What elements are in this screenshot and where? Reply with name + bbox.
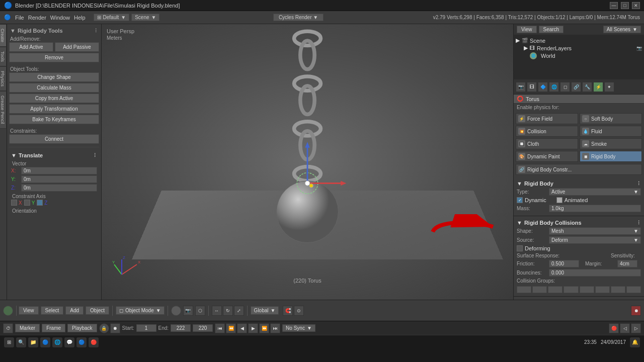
apply-transform-button[interactable]: Apply Transformation bbox=[9, 104, 99, 114]
x-value[interactable]: 0m bbox=[21, 167, 97, 174]
select-button[interactable]: Select bbox=[41, 306, 64, 315]
current-frame-input[interactable]: 220 bbox=[193, 324, 213, 332]
constraint-icon-btn[interactable]: 🔗 bbox=[571, 82, 581, 92]
shape-dropdown[interactable]: Mesh ▼ bbox=[549, 227, 641, 235]
physics-icon-btn[interactable]: ⚡ bbox=[593, 82, 603, 92]
viewport-shading-button[interactable] bbox=[171, 306, 181, 316]
timeline-btn2[interactable]: ◁ bbox=[620, 323, 630, 333]
end-frame-input[interactable]: 222 bbox=[171, 324, 191, 332]
timeline-btn3[interactable]: ▷ bbox=[631, 323, 641, 333]
maximize-button[interactable]: □ bbox=[621, 2, 629, 9]
remove-button[interactable]: Remove bbox=[9, 53, 99, 62]
col-group-7[interactable] bbox=[611, 286, 625, 293]
scene-root-item[interactable]: ▶ 🎬 Scene bbox=[516, 37, 642, 44]
viewport[interactable]: User Persp Meters X Y Z (220) Torus bbox=[102, 24, 513, 300]
lock-icon-btn[interactable]: 🔒 bbox=[99, 323, 109, 333]
rb-type-dropdown[interactable]: Active ▼ bbox=[549, 188, 641, 196]
minimize-button[interactable]: — bbox=[610, 2, 618, 9]
global-dropdown[interactable]: Global ▼ bbox=[251, 306, 279, 315]
add-button[interactable]: Add bbox=[65, 306, 84, 315]
world-icon-btn[interactable]: 🌐 bbox=[549, 82, 559, 92]
col-group-3[interactable] bbox=[548, 286, 562, 293]
rbc-header[interactable]: ▼ Rigid Body Collisions ⋮ bbox=[517, 218, 641, 227]
modifier-icon-btn[interactable]: 🔧 bbox=[582, 82, 592, 92]
timeline-btn1[interactable]: 🔴 bbox=[609, 323, 619, 333]
render-icon-btn[interactable]: 🎞 bbox=[527, 82, 537, 92]
screen-layout-dropdown[interactable]: ⊞ Default ▼ bbox=[94, 14, 130, 21]
bake-keyframes-button[interactable]: Bake To Keyframes bbox=[9, 115, 99, 124]
margin-value[interactable]: 4cm bbox=[617, 260, 637, 267]
fluid-button[interactable]: 💧 Fluid bbox=[580, 126, 642, 137]
search-button[interactable]: Search bbox=[539, 26, 564, 33]
all-scenes-dropdown[interactable]: All Scenes ▼ bbox=[603, 26, 641, 33]
animated-checkbox[interactable] bbox=[556, 197, 562, 203]
object-button[interactable]: Object bbox=[86, 306, 109, 315]
dynamic-checkbox[interactable] bbox=[517, 197, 523, 203]
force-field-button[interactable]: ⚡ Force Field bbox=[516, 113, 578, 124]
tab-physics[interactable]: Physics bbox=[0, 66, 7, 91]
playback-button[interactable]: Playback bbox=[67, 324, 97, 332]
col-group-4[interactable] bbox=[564, 286, 578, 293]
camera-view-icon-btn[interactable]: 📷 bbox=[183, 306, 193, 316]
world-item[interactable]: ▶ 🌐 World bbox=[516, 52, 642, 60]
view-button[interactable]: View bbox=[517, 26, 537, 33]
friction-value[interactable]: 0.500 bbox=[549, 260, 579, 267]
timeline-icon-btn[interactable]: ⏱ bbox=[3, 323, 13, 333]
skip-end-btn[interactable]: ⏭ bbox=[270, 323, 280, 333]
particles-icon-btn[interactable]: ✦ bbox=[604, 82, 614, 92]
marker-button[interactable]: Marker bbox=[15, 324, 40, 332]
play-back-btn[interactable]: ◀ bbox=[237, 323, 247, 333]
app6-icon[interactable]: 🔴 bbox=[89, 337, 99, 347]
camera-icon-btn[interactable]: 📷 bbox=[516, 82, 526, 92]
search-taskbar-icon[interactable]: 🔍 bbox=[16, 337, 26, 347]
move-icon-btn[interactable]: ↔ bbox=[212, 306, 222, 316]
change-shape-button[interactable]: Change Shape bbox=[9, 72, 99, 82]
tab-grease-pencil[interactable]: Grease Pencil bbox=[0, 91, 7, 129]
scene-icon-btn[interactable]: 🔷 bbox=[538, 82, 548, 92]
proportional-edit-btn[interactable]: ⊙ bbox=[294, 306, 304, 316]
z-value[interactable]: 0m bbox=[21, 184, 97, 192]
col-group-2[interactable] bbox=[532, 286, 547, 293]
smoke-button[interactable]: ☁ Smoke bbox=[580, 138, 642, 149]
col-group-5[interactable] bbox=[580, 286, 594, 293]
scale-icon-btn[interactable]: ⤢ bbox=[234, 306, 244, 316]
rigid-body-button[interactable]: ◼ Rigid Body bbox=[580, 151, 642, 162]
col-group-8[interactable] bbox=[626, 286, 641, 293]
notifications-icon[interactable]: 🔔 bbox=[630, 337, 640, 347]
connect-button[interactable]: Connect bbox=[9, 134, 99, 144]
file-explorer-icon[interactable]: 📁 bbox=[28, 337, 38, 347]
add-active-button[interactable]: Add Active bbox=[9, 42, 53, 52]
blender-taskbar-icon[interactable]: 🔵 bbox=[40, 337, 50, 347]
persp-ortho-icon-btn[interactable]: ⬡ bbox=[195, 306, 205, 316]
frame-button[interactable]: Frame bbox=[42, 324, 65, 332]
rb-mass-value[interactable]: 1.0kg bbox=[549, 205, 641, 212]
record-button[interactable]: ⏺ bbox=[631, 306, 641, 316]
soft-body-button[interactable]: ○ Soft Body bbox=[580, 113, 642, 124]
tab-create[interactable]: Create bbox=[0, 24, 7, 47]
col-group-1[interactable] bbox=[517, 286, 531, 293]
skip-start-btn[interactable]: ⏮ bbox=[215, 323, 225, 333]
app5-icon[interactable]: 🔵 bbox=[76, 337, 87, 347]
copy-active-button[interactable]: Copy from Active bbox=[9, 94, 99, 103]
render-dot-button[interactable] bbox=[3, 306, 13, 316]
menu-window[interactable]: Window bbox=[50, 15, 70, 21]
scene-dropdown[interactable]: Scene ▼ bbox=[131, 14, 159, 21]
snap-icon-btn[interactable]: 🧲 bbox=[283, 306, 293, 316]
rigid-body-constr-button[interactable]: 🔗 Rigid Body Constr... bbox=[516, 164, 642, 175]
record-anim-btn[interactable]: ⏺ bbox=[110, 323, 120, 333]
tab-tools[interactable]: Tools bbox=[0, 47, 7, 66]
bounciness-value[interactable]: 0.000 bbox=[549, 269, 641, 277]
dynamic-paint-button[interactable]: 🎨 Dynamic Paint bbox=[516, 151, 578, 162]
chrome-icon[interactable]: 🌐 bbox=[52, 337, 62, 347]
render-engine-dropdown[interactable]: Cycles Render ▼ bbox=[273, 14, 324, 21]
menu-render[interactable]: Render bbox=[28, 15, 46, 21]
close-button[interactable]: ✕ bbox=[632, 2, 640, 9]
rotate-icon-btn[interactable]: ↻ bbox=[223, 306, 233, 316]
next-frame-btn[interactable]: ⏩ bbox=[259, 323, 269, 333]
sync-dropdown[interactable]: No Sync ▼ bbox=[282, 324, 315, 332]
calculate-mass-button[interactable]: Calculate Mass bbox=[9, 83, 99, 93]
rigid-body-header[interactable]: ▼ Rigid Body ⋮ bbox=[517, 179, 641, 188]
menu-help[interactable]: Help bbox=[74, 15, 86, 21]
add-passive-button[interactable]: Add Passive bbox=[55, 42, 99, 52]
render-layers-item[interactable]: ▶ 🎞 RenderLayers 📷 bbox=[516, 44, 642, 52]
